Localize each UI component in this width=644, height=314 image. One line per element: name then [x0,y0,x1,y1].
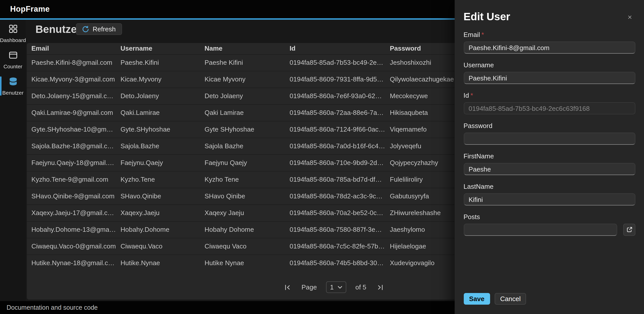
close-icon[interactable] [625,12,635,22]
cell-id: 0194fa85-860a-72aa-88e6-7adeb902… [285,109,385,116]
cell-id: 0194fa85-860a-7580-887f-3e161d9b… [285,226,385,233]
cell-username: SHavo.Qinibe [116,192,200,200]
column-header-username[interactable]: Username [116,45,200,52]
email-field[interactable] [464,41,635,54]
brand-title: HopFrame [10,0,50,18]
cell-name: Ciwaequ Vaco [200,242,285,250]
cell-email: Sajola.Bazhe-18@gmail.com [27,142,116,150]
firstname-label: FirstName [464,152,635,160]
cell-name: Deto Jolaeny [200,92,285,100]
cell-username: Xaqexy.Jaeju [116,209,200,217]
cell-name: Kicae Myvony [200,75,285,83]
page-count-label: of 5 [355,283,366,291]
drawer-actions: Save Cancel [464,293,526,304]
password-field-group: Password [464,122,635,145]
email-label: Email [464,31,480,38]
cell-email: Hobahy.Dohome-13@gmail.com [27,226,116,233]
cell-username: Qaki.Lamirae [116,109,200,116]
cell-username: Hobahy.Dohome [116,226,200,233]
cancel-button[interactable]: Cancel [495,293,526,304]
cell-name: Hutike Nynae [200,259,285,267]
cell-id: 0194fa85-85ad-7b53-bc49-2ec6c63f… [285,59,385,66]
cell-username: Kicae.Myvony [116,75,200,83]
cell-email: Xaqexy.Jaeju-17@gmail.com [27,209,116,217]
window-icon [8,50,18,62]
sidebar-item-label: Dashboard [0,37,26,43]
save-button[interactable]: Save [464,293,490,304]
cell-email: Kicae.Myvony-3@gmail.com [27,75,116,83]
grid-icon [8,24,18,36]
page-title: Benutzer [35,23,81,35]
cell-username: Kyzho.Tene [116,176,200,183]
id-field-group: Id* [464,92,635,114]
column-header-name[interactable]: Name [200,45,285,52]
cell-email: Gyte.SHyhoshae-10@gmail.com [27,125,116,133]
cell-id: 0194fa85-860a-785a-bd7d-dfab9a3f… [285,176,385,183]
sidebar-item-label: Counter [4,63,23,69]
cell-email: Paeshe.Kifini-8@gmail.com [27,59,116,66]
required-marker: * [471,92,473,99]
sidebar: Dashboard Counter Benutzer [0,20,26,301]
cell-username: Ciwaequ.Vaco [116,242,200,250]
posts-field-group: Posts [464,213,635,236]
database-icon [8,76,18,89]
cell-name: Paeshe Kifini [200,59,285,66]
cell-email: Deto.Jolaeny-15@gmail.com [27,92,116,100]
cell-id: 0194fa85-860a-70a2-be52-0c13883d… [285,209,385,217]
refresh-button[interactable]: Refresh [76,23,122,35]
page-label: Page [301,283,317,291]
cell-email: Qaki.Lamirae-9@gmail.com [27,109,116,116]
required-marker: * [481,31,484,38]
sidebar-item-counter[interactable]: Counter [0,49,26,70]
page-select-value: 1 [330,283,334,291]
cell-name: Kyzho Tene [200,176,285,183]
username-field[interactable] [464,72,635,84]
id-label: Id [464,92,469,99]
lastname-label: LastName [464,183,635,191]
cell-id: 0194fa85-860a-78d2-ac3c-9c10ace6… [285,192,385,200]
posts-label: Posts [464,213,635,221]
firstname-field[interactable] [464,163,635,175]
username-label: Username [464,61,635,69]
cell-username: Deto.Jolaeny [116,92,200,100]
cell-username: Faejynu.Qaejy [116,159,200,166]
page-select[interactable]: 1 [326,281,346,293]
password-label: Password [464,122,635,130]
cell-email: Hutike.Nynae-18@gmail.com [27,259,116,267]
refresh-button-label: Refresh [93,25,116,33]
cell-id: 0194fa85-860a-7c5c-82fe-57bf8583… [285,242,385,250]
chevron-down-icon [338,286,342,289]
cell-id: 0194fa85-860a-710e-9bd9-2d8f4718… [285,159,385,166]
first-page-icon[interactable] [283,283,292,292]
cell-email: Kyzho.Tene-9@gmail.com [27,176,116,183]
cell-name: Qaki Lamirae [200,109,285,116]
cell-email: SHavo.Qinibe-9@gmail.com [27,192,116,200]
cell-username: Gyte.SHyhoshae [116,125,200,133]
cell-id: 0194fa85-8609-7931-8ffa-9d54dc69… [285,75,385,83]
cell-email: Faejynu.Qaejy-18@gmail.com [27,159,116,166]
cell-id: 0194fa85-860a-74b5-b8bd-307bf7ea… [285,259,385,267]
sidebar-item-dashboard[interactable]: Dashboard [0,23,26,44]
cell-id: 0194fa85-860a-7a0d-b16f-6c47a9ae… [285,142,385,150]
username-field-group: Username [464,61,635,84]
open-external-icon[interactable] [623,224,635,236]
cell-name: SHavo Qinibe [200,192,285,200]
cell-name: Sajola Bazhe [200,142,285,150]
cell-email: Ciwaequ.Vaco-0@gmail.com [27,242,116,250]
sidebar-item-label: Benutzer [2,90,24,96]
cell-username: Hutike.Nynae [116,259,200,267]
column-header-id[interactable]: Id [285,45,385,52]
cell-username: Paeshe.Kifini [116,59,200,66]
posts-field[interactable] [464,224,617,236]
sidebar-item-benutzer[interactable]: Benutzer [0,75,26,97]
email-field-group: Email* [464,31,635,54]
documentation-link[interactable]: Documentation and source code [7,301,98,314]
last-page-icon[interactable] [375,283,385,292]
drawer-title: Edit User [464,0,635,23]
password-field[interactable] [464,133,635,145]
cell-id: 0194fa85-860a-7e6f-93a0-626e9663… [285,92,385,100]
lastname-field[interactable] [464,193,635,205]
cell-username: Sajola.Bazhe [116,142,200,150]
lastname-field-group: LastName [464,183,635,205]
column-header-email[interactable]: Email [27,45,116,52]
